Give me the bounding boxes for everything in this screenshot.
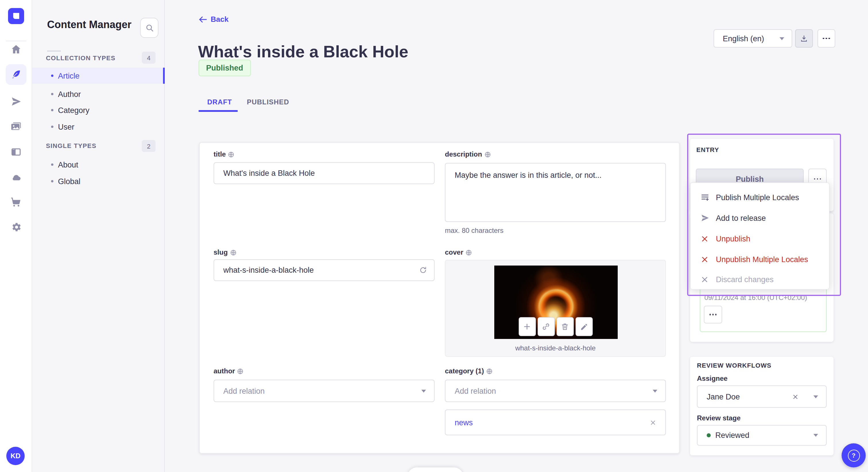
slug-input-value: what-s-inside-a-black-hole (223, 266, 314, 274)
assignee-label: Assignee (697, 374, 727, 382)
copy-link-button[interactable] (537, 317, 555, 336)
menu-item-publish-multiple-locales[interactable]: Publish Multiple Locales (691, 188, 829, 206)
tab-draft[interactable]: DRAFT (207, 98, 232, 106)
cloud-icon[interactable] (6, 167, 26, 188)
sidebar-item-label: About (58, 160, 79, 169)
delete-media-button[interactable] (556, 317, 574, 336)
assignee-select[interactable]: Jane Doe (697, 385, 827, 408)
edit-media-button[interactable] (575, 317, 592, 336)
sidebar-item-category[interactable]: Category (32, 102, 165, 118)
review-stage-select[interactable]: Reviewed (697, 425, 827, 446)
globe-icon (237, 368, 244, 374)
title-input[interactable]: What's inside a Black Hole (214, 162, 435, 184)
menu-item-add-to-release[interactable]: Add to release (691, 209, 829, 227)
app-window: KD Content Manager COLLECTION TYPES 4 Ar… (0, 0, 868, 472)
icon-rail: KD (0, 0, 32, 472)
paper-plane-icon (700, 213, 710, 223)
locale-select[interactable]: English (en) (714, 29, 792, 47)
active-tab-underline (198, 110, 238, 111)
more-icon (823, 38, 830, 39)
avatar[interactable]: KD (6, 447, 25, 465)
content-type-builder-icon[interactable] (6, 142, 26, 162)
menu-item-unpublish[interactable]: Unpublish (691, 229, 829, 248)
sidebar-item-article[interactable]: Article (32, 68, 165, 84)
bullet-icon (51, 126, 53, 128)
regenerate-slug-icon[interactable] (419, 266, 427, 274)
globe-icon (228, 151, 235, 158)
sidebar-title: Content Manager (47, 19, 131, 31)
description-field-label: description (445, 150, 491, 158)
list-add-icon (700, 193, 710, 202)
download-button[interactable] (795, 29, 813, 47)
search-icon (145, 24, 154, 32)
bullet-icon (51, 93, 53, 95)
strapi-logo-icon[interactable] (8, 8, 24, 24)
relation-link[interactable]: news (455, 418, 473, 427)
globe-icon (230, 249, 236, 256)
clear-assignee-icon[interactable] (792, 394, 799, 400)
title-input-value: What's inside a Black Hole (223, 169, 315, 177)
category-relation-item[interactable]: news (445, 409, 666, 435)
bullet-icon (51, 164, 53, 166)
back-label: Back (211, 15, 228, 24)
bullet-icon (51, 74, 53, 77)
tab-published[interactable]: PUBLISHED (247, 98, 289, 106)
slug-input[interactable]: what-s-inside-a-black-hole (214, 259, 435, 281)
media-library-icon[interactable] (6, 116, 26, 136)
sidebar-item-user[interactable]: User (32, 119, 165, 135)
bullet-icon (51, 180, 53, 182)
sidebar-item-author[interactable]: Author (32, 86, 165, 102)
releases-plane-icon[interactable] (6, 91, 26, 112)
stage-status-dot (707, 433, 711, 437)
marketplace-cart-icon[interactable] (6, 192, 26, 212)
x-icon (700, 255, 710, 264)
author-relation-select[interactable]: Add relation (214, 380, 435, 402)
entry-form-card: title What's inside a Black Hole descrip… (199, 142, 680, 453)
sidebar-item-label: Global (58, 177, 81, 186)
content-manager-feather-icon[interactable] (6, 64, 26, 85)
remove-relation-icon[interactable] (650, 419, 656, 426)
cover-field-label: cover (445, 248, 472, 256)
chevron-down-icon (813, 395, 818, 398)
chevron-down-icon (780, 37, 784, 40)
header-more-button[interactable] (817, 29, 835, 47)
review-workflows-heading: REVIEW WORKFLOWS (697, 362, 772, 369)
description-textarea[interactable]: Maybe the answer is in this article, or … (445, 163, 666, 222)
author-placeholder: Add relation (223, 386, 265, 395)
category-field-label: category (1) (445, 367, 493, 375)
menu-item-discard-changes[interactable]: Discard changes (691, 270, 829, 289)
settings-gear-icon[interactable] (6, 217, 26, 237)
link-icon (541, 322, 550, 331)
chevron-down-icon (422, 390, 426, 392)
home-icon[interactable] (6, 39, 26, 60)
menu-item-label: Unpublish (716, 234, 750, 243)
menu-item-unpublish-multiple-locales[interactable]: Unpublish Multiple Locales (691, 250, 829, 268)
back-link[interactable]: Back (198, 15, 228, 24)
more-icon (710, 314, 717, 315)
category-relation-select[interactable]: Add relation (445, 380, 666, 402)
menu-item-label: Publish Multiple Locales (716, 193, 799, 202)
sidebar-item-about[interactable]: About (32, 157, 165, 173)
release-more-button[interactable] (704, 306, 722, 324)
help-button[interactable]: ? (842, 443, 866, 467)
chevron-down-icon (813, 434, 818, 437)
section-label-collection-types: COLLECTION TYPES (46, 55, 115, 61)
question-icon: ? (848, 449, 860, 461)
add-media-button[interactable] (518, 317, 536, 336)
menu-item-label: Discard changes (716, 275, 774, 283)
x-icon (700, 274, 710, 284)
sidebar-item-global[interactable]: Global (32, 173, 165, 189)
entry-actions-menu: Publish Multiple Locales Add to release … (690, 182, 830, 290)
search-button[interactable] (140, 18, 158, 38)
collapsed-panel-top[interactable] (408, 467, 463, 472)
globe-icon (466, 249, 472, 256)
menu-item-label: Add to release (716, 214, 766, 222)
sidebar-item-label: Author (58, 90, 81, 98)
page-title: What's inside a Black Hole (198, 43, 408, 62)
cover-field: what-s-inside-a-black-hole (445, 260, 666, 357)
sidebar-item-label: Category (58, 106, 90, 114)
x-icon (700, 234, 710, 243)
back-arrow-icon (198, 16, 207, 23)
bullet-icon (51, 109, 53, 111)
globe-icon (486, 368, 493, 374)
